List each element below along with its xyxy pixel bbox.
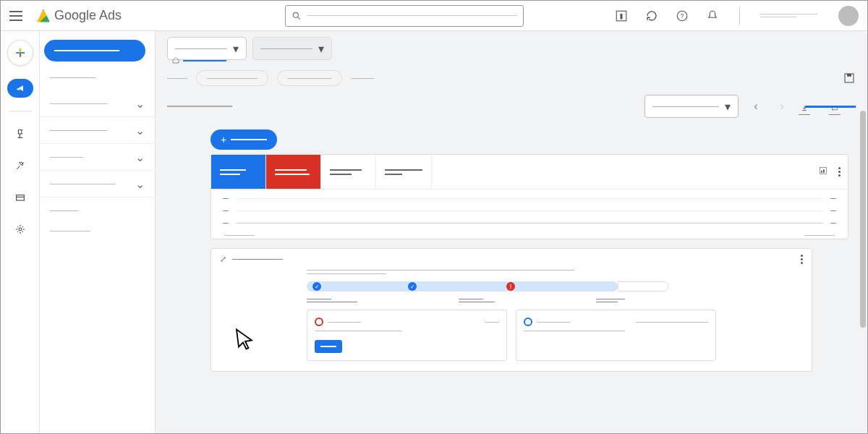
step-2-done-icon[interactable]: ✓ xyxy=(408,282,417,291)
crumb-4[interactable] xyxy=(351,78,374,79)
refresh-icon[interactable] xyxy=(645,9,658,22)
search-input[interactable] xyxy=(285,5,524,27)
save-icon[interactable] xyxy=(843,72,856,85)
dropdown-caret-icon: ▾ xyxy=(233,42,239,56)
expand-chart-icon[interactable] xyxy=(818,166,828,179)
collapse-icon[interactable]: ⤢ xyxy=(220,255,226,264)
account-selector[interactable]: ▾ xyxy=(167,37,247,64)
chart-area xyxy=(211,190,848,234)
panel-menu-icon[interactable] xyxy=(801,255,803,264)
sidebar-primary[interactable] xyxy=(44,40,145,61)
chevron-down-icon: ⌄ xyxy=(135,177,145,191)
header: Google Ads ? xyxy=(1,1,867,31)
info-card-warning[interactable] xyxy=(307,310,507,361)
view-selector[interactable]: ▾ xyxy=(252,37,332,60)
svg-rect-18 xyxy=(823,169,825,173)
create-button[interactable] xyxy=(7,40,33,66)
info-cards xyxy=(307,310,716,361)
chevron-down-icon: ⌄ xyxy=(135,97,145,111)
fix-button[interactable] xyxy=(315,340,342,353)
header-actions: ? xyxy=(615,6,859,26)
active-indicator xyxy=(805,106,856,108)
svg-rect-3 xyxy=(621,14,623,20)
setup-panel: ⤢ ✓ ✓ ! xyxy=(210,248,812,372)
cursor-icon xyxy=(232,326,258,355)
metrics-tabs xyxy=(211,155,848,190)
tab-impressions[interactable] xyxy=(266,155,321,189)
main: ▾ ▾ ▾ ‹ › + xyxy=(156,31,867,433)
home-icon xyxy=(171,56,180,64)
svg-rect-14 xyxy=(847,74,851,77)
tab-clicks[interactable] xyxy=(211,155,266,189)
chevron-down-icon: ⌄ xyxy=(135,124,145,137)
sidebar-item-3[interactable]: ⌄ xyxy=(40,147,155,167)
dropdown-caret-icon: ▾ xyxy=(318,42,324,56)
tab-cpc[interactable] xyxy=(376,155,432,189)
svg-rect-10 xyxy=(16,195,24,200)
chart-footer xyxy=(211,234,848,239)
search-icon xyxy=(292,11,302,21)
rail-billing-icon[interactable] xyxy=(7,188,33,207)
sidebar-item-5[interactable] xyxy=(40,200,155,221)
prev-period-button[interactable]: ‹ xyxy=(747,98,765,115)
card-menu-icon[interactable] xyxy=(838,167,841,176)
panel-desc-1 xyxy=(307,270,574,271)
logo[interactable]: Google Ads xyxy=(37,8,122,23)
reports-icon[interactable] xyxy=(615,9,628,22)
date-range-selector[interactable]: ▾ xyxy=(644,95,739,118)
notifications-icon[interactable] xyxy=(706,9,719,22)
tab-ctr[interactable] xyxy=(321,155,376,189)
add-campaign-button[interactable]: + xyxy=(210,129,277,150)
plus-icon: + xyxy=(221,134,226,145)
step-1-done-icon[interactable]: ✓ xyxy=(312,282,321,291)
sidebar-item-4[interactable]: ⌄ xyxy=(40,174,155,194)
top-selectors: ▾ ▾ xyxy=(167,37,856,64)
help-icon[interactable]: ? xyxy=(676,9,689,22)
sidebar-primary-label xyxy=(54,50,119,51)
crumb-1[interactable] xyxy=(167,78,187,79)
info-card-info[interactable] xyxy=(516,310,716,361)
svg-point-0 xyxy=(293,12,298,17)
panel-desc-2 xyxy=(307,273,386,274)
menu-icon[interactable] xyxy=(9,7,27,25)
rail-tools-icon[interactable] xyxy=(7,156,33,175)
panel-title xyxy=(232,259,283,260)
scrollbar-thumb[interactable] xyxy=(860,111,866,328)
rail-campaigns-icon[interactable] xyxy=(7,79,33,98)
avatar[interactable] xyxy=(838,6,859,26)
progress-bar: ✓ ✓ ! xyxy=(307,281,716,292)
vertical-scrollbar[interactable] xyxy=(860,31,866,432)
page-header: ▾ ‹ › xyxy=(167,95,856,118)
product-name: Google Ads xyxy=(54,8,122,23)
warning-status-icon xyxy=(315,318,323,326)
google-ads-logo-icon xyxy=(37,9,50,22)
left-rail xyxy=(1,31,40,433)
progress-step-labels xyxy=(307,299,716,302)
sidebar-item-2[interactable]: ⌄ xyxy=(40,120,155,140)
page-title xyxy=(167,106,232,107)
next-period-button[interactable]: › xyxy=(773,98,791,115)
svg-text:?: ? xyxy=(681,13,684,20)
step-3-error-icon[interactable]: ! xyxy=(506,282,515,291)
svg-point-12 xyxy=(19,228,22,231)
account-label[interactable] xyxy=(760,14,818,17)
crumb-2[interactable] xyxy=(196,70,268,86)
breadcrumb xyxy=(167,70,856,86)
dropdown-caret-icon: ▾ xyxy=(725,100,731,114)
rail-goals-icon[interactable] xyxy=(7,124,33,143)
svg-line-1 xyxy=(298,17,300,19)
sidebar-item-0[interactable] xyxy=(40,67,155,88)
metrics-card xyxy=(210,154,848,239)
chevron-down-icon: ⌄ xyxy=(135,150,145,164)
rail-admin-icon[interactable] xyxy=(7,220,33,239)
sidebar-item-6[interactable] xyxy=(40,221,155,241)
sidebar-item-1[interactable]: ⌄ xyxy=(40,93,155,114)
sidebar: ⌄ ⌄ ⌄ ⌄ xyxy=(40,31,156,433)
crumb-3[interactable] xyxy=(277,70,342,86)
svg-rect-17 xyxy=(821,171,822,173)
info-status-icon xyxy=(524,318,532,326)
